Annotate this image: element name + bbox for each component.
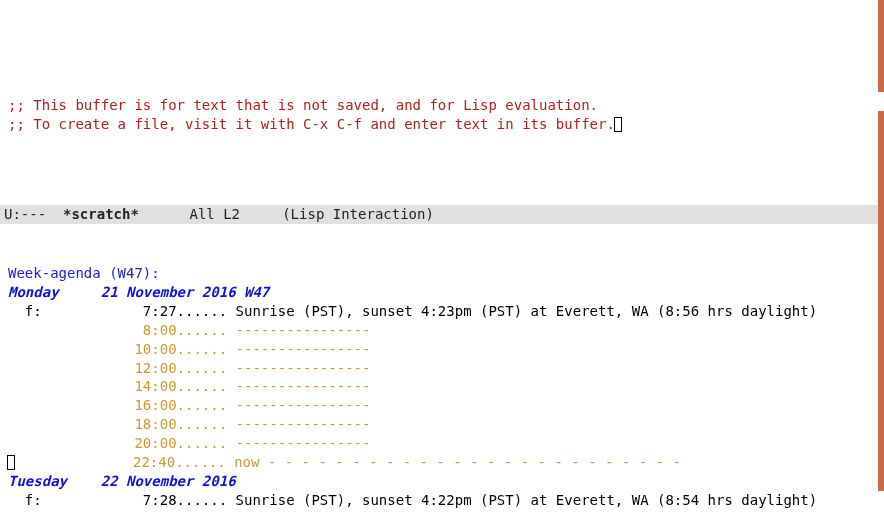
agenda-buffer[interactable]: Week-agenda (W47): Monday 21 November 20… xyxy=(0,262,884,513)
modeline-buffer-name: *scratch* xyxy=(55,205,139,224)
agenda-entry-time: 7:27...... xyxy=(143,303,236,319)
agenda-time-grid: 10:00...... ---------------- xyxy=(134,341,370,357)
agenda-entry[interactable]: 12:00...... ---------------- xyxy=(8,360,370,376)
agenda-entry-time: 7:28...... xyxy=(143,492,236,508)
agenda-entry[interactable]: 8:00...... ---------------- xyxy=(8,322,370,338)
agenda-entry[interactable]: 14:00...... ---------------- xyxy=(8,378,370,394)
agenda-day-header[interactable]: Monday 21 November 2016 W47 xyxy=(8,284,269,300)
agenda-header: Week-agenda (W47): xyxy=(8,265,160,281)
agenda-day-header[interactable]: Tuesday 22 November 2016 xyxy=(8,473,236,489)
scratch-comment-1: ;; This buffer is for text that is not s… xyxy=(8,97,598,113)
agenda-time-grid: 16:00...... ---------------- xyxy=(134,397,370,413)
agenda-entry-text: Sunrise (PST), sunset 4:22pm (PST) at Ev… xyxy=(236,492,818,508)
agenda-time-grid: 18:00...... ---------------- xyxy=(134,416,370,432)
agenda-entry-text: Sunrise (PST), sunset 4:23pm (PST) at Ev… xyxy=(236,303,818,319)
cursor-scratch xyxy=(614,117,622,132)
scrollbar-scratch[interactable] xyxy=(878,0,884,92)
modeline-mode: (Lisp Interaction) xyxy=(274,205,434,224)
agenda-entry[interactable]: 22:40...... now - - - - - - - - - - - - … xyxy=(8,454,681,470)
modeline-scratch[interactable]: U:--- *scratch* All L2 (Lisp Interaction… xyxy=(0,205,884,224)
agenda-time-grid: 12:00...... ---------------- xyxy=(134,360,370,376)
scrollbar-agenda[interactable] xyxy=(878,111,884,491)
modeline-position: All L2 xyxy=(139,205,274,224)
scratch-comment-2: ;; To create a file, visit it with C-x C… xyxy=(8,116,615,132)
agenda-entry[interactable]: 20:00...... ---------------- xyxy=(8,435,370,451)
scratch-buffer[interactable]: ;; This buffer is for text that is not s… xyxy=(0,76,884,168)
modeline-status: U:--- xyxy=(4,205,55,224)
agenda-entry[interactable]: 16:00...... ---------------- xyxy=(8,397,370,413)
agenda-time-grid: 22:40...... now - - - - - - - - - - - - … xyxy=(133,454,681,470)
agenda-entry[interactable]: f: 7:27...... Sunrise (PST), sunset 4:23… xyxy=(8,303,817,319)
agenda-time-grid: 8:00...... ---------------- xyxy=(134,322,370,338)
agenda-entry[interactable]: f: 7:28...... Sunrise (PST), sunset 4:22… xyxy=(8,492,817,508)
cursor-agenda xyxy=(7,455,15,470)
agenda-entry[interactable]: 18:00...... ---------------- xyxy=(8,416,370,432)
agenda-time-grid: 14:00...... ---------------- xyxy=(134,378,370,394)
agenda-entry[interactable]: 10:00...... ---------------- xyxy=(8,341,370,357)
agenda-time-grid: 20:00...... ---------------- xyxy=(134,435,370,451)
